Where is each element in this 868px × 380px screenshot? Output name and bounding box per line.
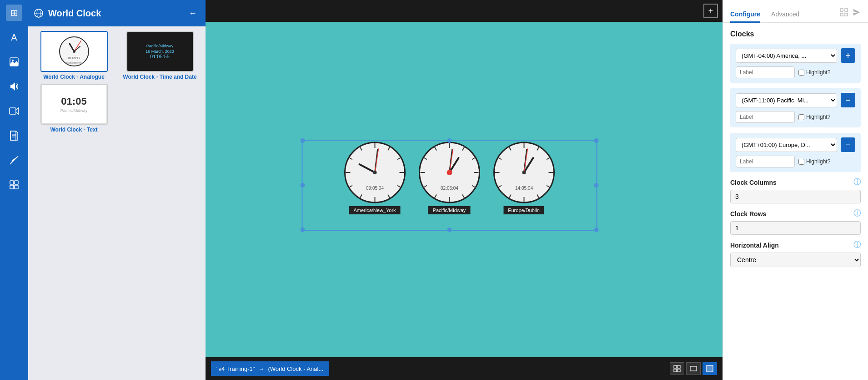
clock-rows-label: Clock Rows ⓘ	[730, 209, 861, 218]
handle-ml[interactable]	[300, 183, 305, 187]
apps-icon[interactable]: ⊞	[6, 5, 22, 21]
widget-label-analogue: World Clock - Analogue	[43, 74, 105, 80]
clock-label-dublin: Europe/Dublin	[503, 206, 544, 214]
svg-rect-81	[677, 369, 680, 372]
clock-columns-label: Clock Columns ⓘ	[730, 177, 861, 187]
globe-icon	[34, 8, 44, 18]
clock-config-3-top: (GMT+01:00) Europe, D... −	[736, 137, 855, 152]
clock-2-select[interactable]: (GMT-11:00) Pacific, Mi...	[736, 93, 837, 107]
svg-marker-2	[10, 82, 15, 91]
clock-label-pacific: Pacific/Midway	[428, 206, 471, 214]
clock-1-highlight-label: Highlight?	[806, 69, 830, 76]
view-fullscreen-button[interactable]	[702, 362, 717, 375]
clock-2-label-input[interactable]	[736, 111, 795, 123]
view-buttons	[670, 362, 717, 375]
handle-mr[interactable]	[594, 183, 598, 187]
clock-add-button[interactable]: +	[841, 48, 855, 63]
widget-item-timedate[interactable]: Pacific/Midway 16 March, 2023 01:05:55 W…	[119, 31, 201, 80]
clock-1-label-input[interactable]	[736, 66, 795, 78]
breadcrumb-project: "v4 Training-1"	[216, 365, 255, 372]
clock-1-highlight-checkbox[interactable]	[798, 70, 804, 76]
view-fit-button[interactable]	[686, 362, 701, 375]
document-icon[interactable]	[6, 127, 22, 144]
svg-rect-10	[10, 181, 14, 184]
clock-3-highlight-checkbox[interactable]	[798, 159, 804, 165]
handle-bc[interactable]	[447, 228, 452, 232]
svg-rect-3	[10, 108, 16, 114]
widget-item-analogue[interactable]: 01:05:17 Pacific/Midway World Clock - An…	[33, 31, 115, 80]
clock-columns-input[interactable]	[730, 190, 861, 203]
send-config-icon[interactable]	[853, 8, 861, 18]
clock-widget-dublin: 14:05:04 Europe/Dublin	[492, 141, 556, 214]
widget-label-text: World Clock - Text	[50, 127, 97, 133]
clock-3-label-input[interactable]	[736, 156, 795, 167]
clock-2-remove-button[interactable]: −	[841, 93, 855, 107]
clock-config-3: (GMT+01:00) Europe, D... − Highlight?	[730, 133, 861, 172]
handle-tl[interactable]	[300, 138, 305, 143]
config-panel: Configure Advanced Clocks (GMT-04:00) Am…	[722, 0, 868, 380]
clock-2-highlight: Highlight?	[798, 114, 830, 120]
svg-rect-85	[840, 9, 843, 11]
svg-text:09:05:04: 09:05:04	[366, 186, 384, 191]
clock-config-2: (GMT-11:00) Pacific, Mi... − Highlight?	[730, 88, 861, 127]
widget-thumb-analogue[interactable]: 01:05:17 Pacific/Midway	[40, 31, 108, 72]
view-grid-button[interactable]	[670, 362, 684, 375]
config-tab-icons	[840, 8, 861, 22]
clock-widget-pacific: 02:05:04 Pacific/Midway	[417, 141, 481, 214]
send-icon[interactable]	[6, 152, 22, 168]
left-sidebar: ⊞ A	[0, 0, 28, 380]
svg-point-1	[12, 60, 14, 61]
clock-config-2-bottom: Highlight?	[736, 111, 855, 123]
panel-back-button[interactable]: ←	[186, 6, 200, 20]
handle-bl[interactable]	[300, 228, 305, 232]
svg-rect-78	[674, 365, 677, 368]
clock-columns-label-text: Clock Columns	[730, 179, 777, 186]
clock-3-highlight-label: Highlight?	[806, 158, 830, 165]
clock-2-highlight-checkbox[interactable]	[798, 114, 804, 120]
clock-columns-help-icon[interactable]: ⓘ	[853, 177, 861, 187]
tab-configure[interactable]: Configure	[730, 7, 760, 23]
canvas-bottom-bar: "v4 Training-1" → (World Clock - Anal...	[206, 357, 722, 380]
image-icon[interactable]	[6, 54, 22, 70]
panel-header: World Clock ←	[28, 0, 206, 26]
video-icon[interactable]	[6, 103, 22, 119]
handle-tc[interactable]	[447, 138, 452, 143]
breadcrumb-item: (World Clock - Anal...	[268, 365, 323, 372]
clock-config-2-top: (GMT-11:00) Pacific, Mi... −	[736, 93, 855, 107]
clock-config-1: (GMT-04:00) America, ... + Highlight?	[730, 44, 861, 83]
svg-point-21	[73, 50, 75, 53]
clock-config-1-bottom: Highlight?	[736, 66, 855, 78]
widget-thumb-text[interactable]: 01:05 Pacific/Midway	[40, 84, 108, 125]
clock-rows-field: Clock Rows ⓘ	[730, 209, 861, 235]
widget-item-text[interactable]: 01:05 Pacific/Midway World Clock - Text	[33, 84, 115, 133]
clock-3-remove-button[interactable]: −	[841, 137, 855, 152]
horizontal-align-field: Horizontal Align ⓘ Centre	[730, 240, 861, 267]
svg-point-58	[447, 170, 452, 175]
horizontal-align-select[interactable]: Centre	[730, 253, 861, 267]
handle-br[interactable]	[594, 228, 598, 232]
clock-widget-newyork: 09:05:04 America/New_York	[343, 141, 406, 214]
panel-title: World Clock	[48, 8, 181, 19]
selection-box[interactable]: 09:05:04 America/New_York	[301, 140, 597, 231]
canvas-area[interactable]: 09:05:04 America/New_York	[206, 22, 722, 357]
clock-3-select[interactable]: (GMT+01:00) Europe, D...	[736, 138, 837, 152]
grid-icon[interactable]	[840, 8, 848, 18]
svg-rect-86	[845, 9, 848, 11]
config-body: Clocks (GMT-04:00) America, ... + Highli…	[723, 23, 868, 274]
audio-icon[interactable]	[6, 78, 22, 95]
clock-1-select[interactable]: (GMT-04:00) America, ...	[736, 49, 837, 63]
text-time: 01:05	[61, 96, 86, 107]
clock-face-pacific: 02:05:04	[417, 141, 481, 204]
horizontal-align-help-icon[interactable]: ⓘ	[853, 240, 861, 250]
clock-config-3-bottom: Highlight?	[736, 156, 855, 167]
breadcrumb-arrow: →	[258, 365, 264, 372]
widget-thumb-timedate[interactable]: Pacific/Midway 16 March, 2023 01:05:55	[126, 31, 194, 72]
clock-rows-input[interactable]	[730, 221, 861, 235]
tab-advanced[interactable]: Advanced	[771, 7, 799, 23]
svg-point-76	[522, 171, 526, 174]
clock-rows-help-icon[interactable]: ⓘ	[853, 209, 861, 218]
widget-icon[interactable]	[6, 177, 22, 193]
text-icon[interactable]: A	[6, 29, 22, 46]
handle-tr[interactable]	[594, 138, 598, 143]
add-element-button[interactable]: +	[703, 4, 718, 18]
